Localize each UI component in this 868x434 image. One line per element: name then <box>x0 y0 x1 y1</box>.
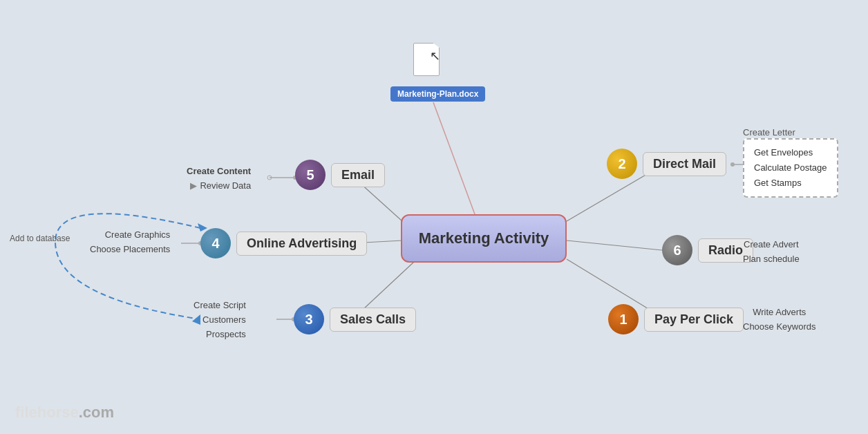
sales-calls-label: Sales Calls <box>330 308 416 332</box>
email-badge: 5 <box>295 160 326 190</box>
online-adv-badge: 4 <box>200 228 231 258</box>
online-adv-annotation: Create Graphics Choose Placements <box>90 228 170 257</box>
direct-mail-node: 2 Direct Mail <box>607 149 726 179</box>
ppc-ann1: Write Adverts <box>743 305 816 320</box>
direct-mail-item3: Get Stamps <box>754 176 827 191</box>
direct-mail-item2: Calculate Postage <box>754 160 827 176</box>
email-ann-line2: Review Data <box>200 179 251 194</box>
central-label: Marketing Activity <box>419 229 549 247</box>
pay-per-click-label: Pay Per Click <box>644 308 744 332</box>
online-adv-label: Online Advertising <box>236 232 367 256</box>
sales-calls-annotation: Create Script Customers Prospects <box>194 299 246 341</box>
add-to-database-label: Add to database <box>10 234 70 243</box>
sales-ann2: Customers <box>194 313 246 328</box>
direct-mail-subbox: Get Envelopes Calculate Postage Get Stam… <box>743 138 838 198</box>
radio-badge: 6 <box>662 235 692 265</box>
sales-ann3: Prospects <box>194 328 246 342</box>
direct-mail-item1: Get Envelopes <box>754 145 827 160</box>
watermark-horse: .com <box>79 404 114 421</box>
online-adv-node: 4 Online Advertising <box>200 228 367 258</box>
central-node: Marketing Activity <box>401 214 567 263</box>
radio-ann1: Create Advert <box>743 238 800 252</box>
radio-ann2: Plan schedule <box>743 252 800 267</box>
email-node: 5 Email <box>295 160 385 190</box>
sales-ann1: Create Script <box>194 299 246 313</box>
online-adv-ann2: Choose Placements <box>90 243 170 257</box>
cursor-icon: ↖ <box>430 48 440 64</box>
svg-line-4 <box>567 240 662 250</box>
radio-node: 6 Radio <box>662 235 753 265</box>
direct-mail-subtitle: Create Letter <box>743 127 795 138</box>
watermark-file: filehorse <box>15 404 79 421</box>
email-annotation: Create Content ▶ Review Data <box>187 164 251 194</box>
direct-mail-label: Direct Mail <box>643 152 726 176</box>
radio-annotation: Create Advert Plan schedule <box>743 238 800 267</box>
online-adv-ann1: Create Graphics <box>90 228 170 243</box>
sales-calls-badge: 3 <box>294 304 324 334</box>
svg-point-9 <box>267 176 272 180</box>
svg-point-15 <box>730 162 735 167</box>
pay-per-click-node: 1 Pay Per Click <box>608 304 744 334</box>
ppc-ann2: Choose Keywords <box>743 320 816 334</box>
sales-calls-node: 3 Sales Calls <box>294 304 416 334</box>
email-ann-line1: Create Content <box>187 164 251 179</box>
direct-mail-badge: 2 <box>607 149 637 179</box>
pay-per-click-badge: 1 <box>608 304 639 334</box>
pay-per-click-annotation: Write Adverts Choose Keywords <box>743 305 816 334</box>
document-label: Marketing-Plan.docx <box>390 86 485 102</box>
watermark: filehorse.com <box>15 404 114 422</box>
email-label: Email <box>331 163 385 187</box>
